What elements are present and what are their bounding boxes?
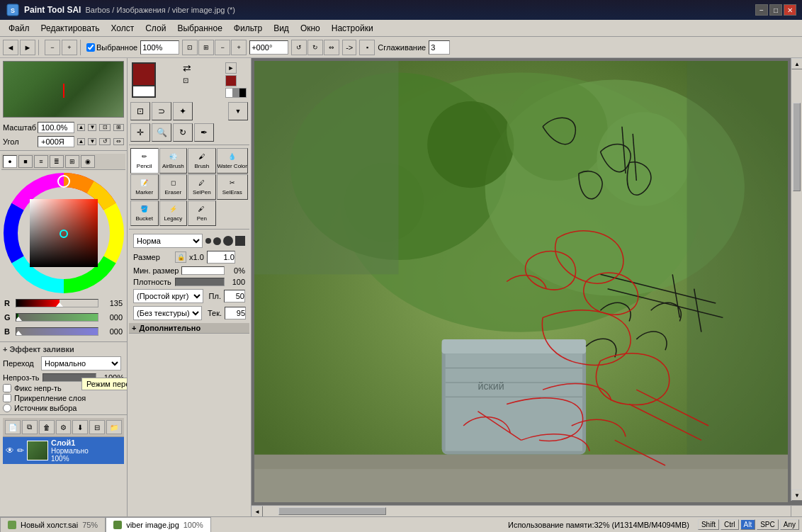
legacy-tool[interactable]: ⚡ Legacy	[159, 200, 188, 226]
size-lock-button[interactable]: 🔒	[175, 251, 186, 263]
menu-selection[interactable]: Выбранное	[171, 22, 227, 35]
brush-icon[interactable]: ✏	[17, 446, 24, 455]
toolbar-forward-button[interactable]: ►	[20, 40, 35, 55]
ctrl-key[interactable]: Ctrl	[721, 519, 739, 530]
density-track[interactable]	[175, 278, 225, 286]
selpen-tool[interactable]: 🖊 SelPen	[188, 174, 216, 200]
toolbar-back-button[interactable]: ◄	[3, 40, 18, 55]
tab-viber-image[interactable]: viber image.jpg 100%	[106, 517, 211, 533]
fg-color-box[interactable]	[132, 62, 156, 86]
brush-mode-select[interactable]: Норма	[133, 234, 203, 248]
watercolor-tool[interactable]: 💧 Water Color	[217, 148, 248, 174]
angle-up-button[interactable]: ▲	[77, 138, 86, 145]
layer-settings-button[interactable]: ⚙	[56, 420, 72, 434]
seleras-tool[interactable]: ✂ SelEras	[217, 174, 248, 200]
plt-input[interactable]	[224, 290, 245, 302]
zoom-plus-button[interactable]: +	[231, 40, 247, 55]
marker-tool[interactable]: 📝 Marker	[130, 174, 159, 200]
angle-input[interactable]	[249, 40, 288, 55]
minimize-button[interactable]: −	[755, 4, 768, 16]
tab-new-canvas[interactable]: Новый холст.sai 75%	[0, 517, 106, 533]
brush-shape-sq[interactable]	[235, 236, 245, 246]
g-slider[interactable]	[16, 313, 98, 322]
zoom-minus-button[interactable]: −	[215, 40, 230, 55]
toolbar-zoom-out-button[interactable]: −	[45, 40, 60, 55]
shape-select[interactable]: (Простой круг)	[133, 289, 203, 303]
r-slider[interactable]	[16, 299, 98, 307]
scroll-thumb-h[interactable]	[278, 507, 386, 515]
any-key[interactable]: Any	[780, 519, 799, 530]
spc-key[interactable]: SPC	[757, 519, 779, 530]
merge-layer-button[interactable]: ⬇	[72, 420, 88, 434]
vertical-scrollbar[interactable]: ▲ ▼	[791, 58, 802, 501]
color-mode-wheel[interactable]: ●	[3, 155, 17, 168]
flatten-button[interactable]: ⊟	[89, 420, 105, 434]
copy-layer-button[interactable]: ⧉	[22, 420, 38, 434]
new-layer-button[interactable]: 📄	[5, 420, 21, 434]
maximize-button[interactable]: □	[769, 4, 782, 16]
alt-key[interactable]: Alt	[740, 519, 756, 530]
scroll-left-button[interactable]: ◄	[252, 506, 263, 516]
b-slider[interactable]	[16, 327, 98, 336]
selection-checkbox[interactable]	[86, 43, 95, 52]
zoom-100-button[interactable]: ⊡	[182, 40, 198, 55]
color-wheel-svg[interactable]	[4, 173, 124, 293]
scale-down-button[interactable]: ▼	[88, 124, 96, 131]
zoom-tool-button[interactable]: 🔍	[152, 123, 171, 142]
toolbar-extra-button[interactable]: ▪	[359, 40, 375, 55]
eyedrop-button[interactable]: ✒	[194, 123, 214, 142]
color-alt-button2[interactable]	[225, 88, 247, 98]
menu-filter[interactable]: Фильтр	[228, 22, 268, 35]
layer-item[interactable]: 👁 ✏ Слой1 Нормально 100%	[3, 437, 124, 464]
angle-extra2[interactable]: ⇔	[113, 138, 124, 145]
scroll-down-mini[interactable]: ▼	[228, 102, 248, 120]
move-button[interactable]: ✛	[130, 123, 150, 142]
color-wheel-container[interactable]	[4, 173, 124, 293]
arrow-button[interactable]: ->	[342, 40, 356, 55]
lasso-select-button[interactable]: ⊃	[152, 102, 171, 120]
swap-colors-button[interactable]: ⇄	[183, 62, 191, 74]
canvas-content[interactable]: йский	[254, 61, 788, 502]
scroll-thumb-v[interactable]	[793, 103, 801, 191]
smooth-input[interactable]	[429, 40, 450, 55]
eraser-tool[interactable]: ◻ Eraser	[159, 174, 188, 200]
rotate-tool-button[interactable]: ↻	[173, 123, 193, 142]
horizontal-scrollbar[interactable]: ◄ ►	[252, 505, 791, 516]
flip-button[interactable]: ⇔	[324, 40, 339, 55]
size-input[interactable]	[207, 251, 235, 264]
tex-input[interactable]	[225, 307, 246, 319]
airbrush-tool[interactable]: 💨 AirBrush	[159, 148, 188, 174]
brush-shape-s[interactable]	[205, 238, 211, 244]
color-mode-square[interactable]: ■	[18, 155, 33, 168]
extra-section-header[interactable]: + Дополнительно	[129, 323, 249, 334]
pen-tool[interactable]: 🖋 Pen	[188, 200, 216, 226]
zoom-input[interactable]	[140, 40, 179, 55]
color-arrow-button[interactable]: ►	[225, 62, 237, 74]
rect-select-button[interactable]: ⊡	[130, 102, 150, 120]
pin-layer-check[interactable]	[3, 394, 11, 402]
texture-select[interactable]: (Без текстуры)	[133, 306, 202, 320]
scale-extra1[interactable]: ⊡	[99, 124, 110, 131]
menu-layer[interactable]: Слой	[140, 22, 171, 35]
color-alt-button[interactable]	[225, 75, 237, 86]
color-mode-h[interactable]: ≡	[34, 155, 48, 168]
transition-select[interactable]: Нормально	[41, 356, 121, 370]
delete-layer-button[interactable]: 🗑	[39, 420, 55, 434]
shift-key[interactable]: Shift	[698, 519, 719, 530]
toolbar-zoom-in-button[interactable]: +	[62, 40, 77, 55]
color-mode-palette[interactable]: ◉	[81, 155, 95, 168]
rotate-cw-button[interactable]: ↻	[307, 40, 323, 55]
reset-colors-button[interactable]: ⊡	[183, 77, 191, 84]
fix-opacity-check[interactable]	[3, 384, 11, 392]
opacity-slider[interactable]	[43, 373, 96, 382]
eye-icon[interactable]: 👁	[6, 446, 14, 455]
menu-window[interactable]: Окно	[295, 22, 326, 35]
menu-edit[interactable]: Редактировать	[35, 22, 106, 35]
close-button[interactable]: ✕	[784, 4, 796, 16]
menu-canvas[interactable]: Холст	[105, 22, 140, 35]
bucket-tool[interactable]: 🪣 Bucket	[130, 200, 159, 226]
scale-up-button[interactable]: ▲	[77, 124, 86, 131]
min-size-track[interactable]	[181, 266, 225, 275]
brush-shape-l[interactable]	[223, 236, 233, 246]
scroll-down-button[interactable]: ▼	[791, 489, 802, 501]
